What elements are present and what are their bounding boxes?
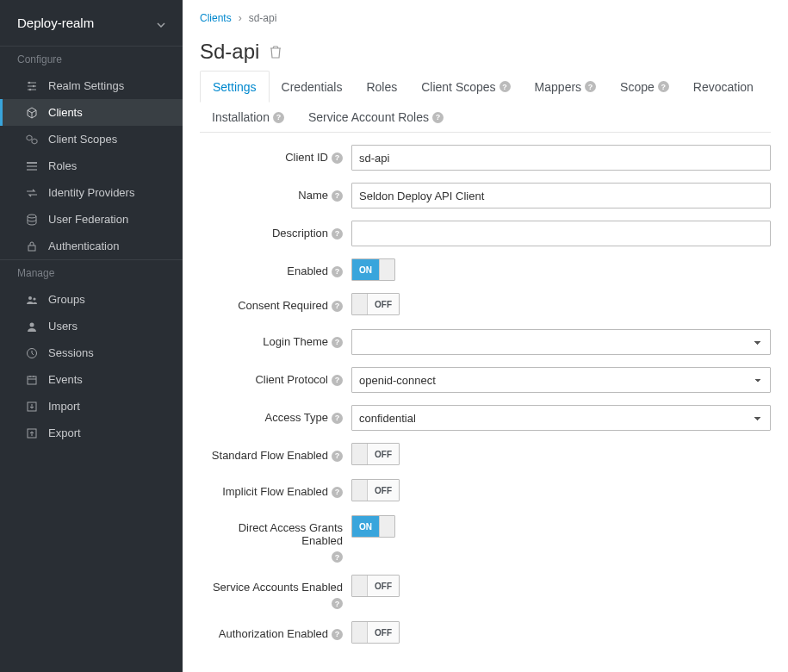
sidebar-item-groups[interactable]: Groups: [0, 286, 183, 313]
tab-client-scopes[interactable]: Client Scopes?: [409, 71, 522, 102]
direct-access-toggle[interactable]: ON: [351, 515, 395, 538]
service-accounts-label: Service Accounts Enabled?: [200, 575, 351, 609]
sidebar-item-label: Client Scopes: [48, 133, 117, 146]
tab-revocation[interactable]: Revocation: [681, 71, 766, 102]
sidebar-item-label: Import: [48, 400, 80, 413]
cube-icon: [26, 107, 38, 119]
implicit-flow-toggle[interactable]: OFF: [351, 479, 400, 501]
svg-point-1: [33, 84, 34, 86]
help-icon: ?: [332, 228, 343, 240]
breadcrumb-parent[interactable]: Clients: [200, 12, 232, 24]
sidebar-item-identity-providers[interactable]: Identity Providers: [0, 179, 183, 206]
tab-roles[interactable]: Roles: [354, 71, 409, 102]
login-theme-label: Login Theme?: [200, 329, 351, 348]
help-icon: ?: [499, 81, 511, 92]
database-icon: [26, 214, 38, 226]
chevron-right-icon: ›: [239, 12, 242, 24]
clock-icon: [26, 347, 38, 359]
realm-selector[interactable]: Deploy-realm: [0, 0, 183, 46]
svg-rect-12: [28, 376, 36, 384]
client-protocol-select[interactable]: openid-connect: [351, 367, 771, 393]
sidebar-item-label: Groups: [48, 293, 85, 306]
lock-icon: [26, 240, 38, 252]
client-id-label: Client ID?: [200, 145, 351, 164]
access-type-select[interactable]: confidential: [351, 405, 771, 431]
authorization-label: Authorization Enabled?: [200, 621, 351, 640]
help-icon: ?: [332, 629, 343, 640]
calendar-icon: [26, 374, 38, 386]
sidebar-item-clients[interactable]: Clients: [0, 99, 183, 126]
tab-installation[interactable]: Installation?: [200, 102, 296, 132]
sidebar-item-authentication[interactable]: Authentication: [0, 233, 183, 259]
sidebar-item-sessions[interactable]: Sessions: [0, 339, 183, 366]
help-icon: ?: [332, 487, 343, 498]
sidebar-item-label: Authentication: [48, 240, 119, 252]
help-icon: ?: [332, 301, 343, 312]
tab-mappers[interactable]: Mappers?: [523, 71, 608, 102]
sidebar-item-users[interactable]: Users: [0, 313, 183, 339]
svg-point-0: [28, 81, 30, 83]
help-icon: ?: [273, 112, 284, 123]
user-icon: [26, 320, 38, 333]
svg-point-8: [28, 296, 32, 300]
svg-point-6: [28, 215, 36, 218]
description-input[interactable]: [351, 221, 771, 246]
help-icon: ?: [332, 598, 343, 609]
client-id-input[interactable]: [351, 145, 771, 171]
svg-rect-5: [27, 169, 37, 171]
exchange-icon: [26, 187, 38, 199]
help-icon: ?: [585, 81, 596, 92]
sidebar-section-manage: Manage: [0, 259, 183, 286]
help-icon: ?: [332, 152, 343, 164]
help-icon: ?: [332, 190, 343, 202]
consent-required-toggle[interactable]: OFF: [351, 293, 400, 315]
sidebar-item-events[interactable]: Events: [0, 366, 183, 393]
svg-rect-7: [28, 246, 35, 251]
tab-scope[interactable]: Scope?: [608, 71, 681, 102]
cubes-icon: [26, 134, 38, 146]
sidebar-section-configure: Configure: [0, 46, 183, 72]
sidebar-item-realm-settings[interactable]: Realm Settings: [0, 72, 183, 99]
sidebar-item-roles[interactable]: Roles: [0, 152, 183, 179]
sidebar-item-client-scopes[interactable]: Client Scopes: [0, 126, 183, 152]
sidebar-item-label: User Federation: [48, 213, 128, 226]
svg-point-9: [33, 297, 35, 300]
name-label: Name?: [200, 183, 351, 202]
sidebar-item-import[interactable]: Import: [0, 393, 183, 420]
help-icon: ?: [332, 375, 343, 386]
svg-rect-4: [27, 165, 37, 167]
service-accounts-toggle[interactable]: OFF: [351, 575, 400, 597]
tab-credentials[interactable]: Credentials: [270, 71, 355, 102]
standard-flow-toggle[interactable]: OFF: [351, 443, 400, 465]
breadcrumb-current: sd-api: [249, 12, 277, 24]
tabs: Settings Credentials Roles Client Scopes…: [200, 71, 771, 133]
svg-point-2: [29, 88, 31, 90]
sidebar-item-label: Export: [48, 426, 81, 439]
standard-flow-label: Standard Flow Enabled?: [200, 443, 351, 462]
client-protocol-label: Client Protocol?: [200, 367, 351, 386]
sidebar-item-label: Events: [48, 373, 83, 386]
enabled-toggle[interactable]: ON: [351, 258, 395, 281]
delete-icon[interactable]: [270, 40, 282, 64]
sidebar-item-user-federation[interactable]: User Federation: [0, 206, 183, 233]
main-content: Clients › sd-api Sd-api Settings Credent…: [183, 0, 788, 672]
sidebar-item-export[interactable]: Export: [0, 420, 183, 446]
help-icon: ?: [332, 451, 343, 462]
sidebar-item-label: Realm Settings: [48, 79, 124, 92]
login-theme-select[interactable]: [351, 329, 771, 355]
svg-point-10: [30, 322, 34, 327]
tab-service-account-roles[interactable]: Service Account Roles?: [296, 102, 456, 132]
name-input[interactable]: [351, 183, 771, 208]
sidebar-item-label: Clients: [48, 106, 83, 119]
sidebar-item-label: Users: [48, 320, 78, 333]
direct-access-label: Direct Access Grants Enabled?: [200, 515, 351, 563]
description-label: Description?: [200, 221, 351, 240]
tab-settings[interactable]: Settings: [200, 71, 270, 103]
help-icon: ?: [658, 81, 669, 92]
chevron-down-icon: [157, 16, 165, 30]
sidebar-item-label: Sessions: [48, 346, 94, 359]
page-title: Sd-api: [200, 40, 771, 64]
authorization-toggle[interactable]: OFF: [351, 621, 400, 644]
realm-name: Deploy-realm: [17, 16, 94, 30]
sidebar: Deploy-realm Configure Realm Settings Cl…: [0, 0, 183, 672]
